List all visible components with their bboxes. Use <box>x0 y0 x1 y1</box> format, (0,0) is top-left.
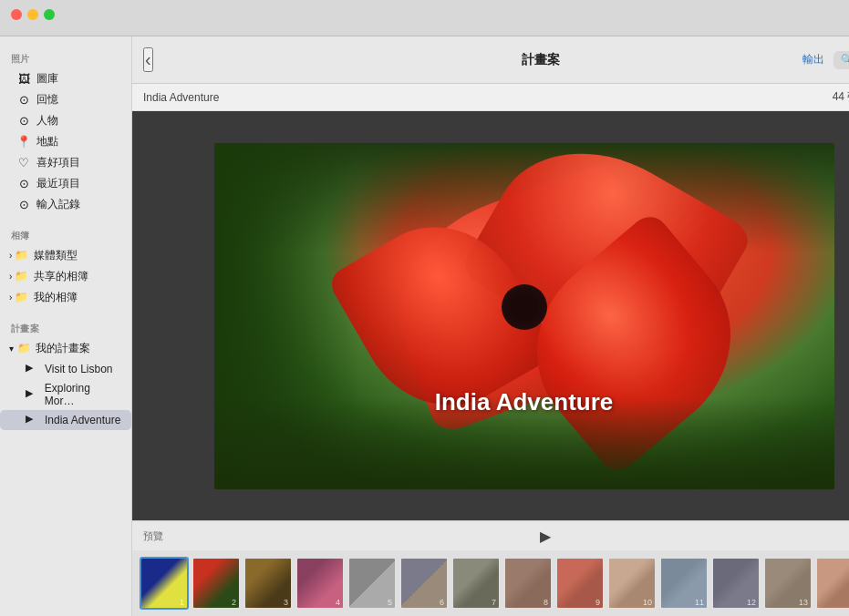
sidebar-item-people[interactable]: ⊙ 人物 <box>4 110 128 131</box>
sidebar-item-library[interactable]: 🖼 圖庫 <box>4 68 128 89</box>
traffic-lights <box>11 9 55 20</box>
search-icon: 🔍 <box>841 54 849 66</box>
albums-section-title: 相簿 <box>0 222 131 245</box>
chevron-right-icon-2: › <box>9 272 12 282</box>
filmstrip-frame-9[interactable]: 9 <box>555 557 605 610</box>
search-box: 🔍 <box>833 51 849 69</box>
poppy-scene <box>214 143 834 489</box>
shared-albums-label: 共享的相簿 <box>34 269 88 284</box>
filmstrip-frame-4[interactable]: 4 <box>295 557 345 610</box>
sidebar-item-media-types[interactable]: › 📁 媒體類型 <box>0 245 131 266</box>
my-albums-label: 我的相簿 <box>34 290 78 305</box>
back-button[interactable]: ‹ <box>143 47 153 72</box>
filmstrip-frame-1[interactable]: 1 <box>140 557 189 610</box>
sidebar-label-library: 圖庫 <box>36 71 119 87</box>
sidebar-label-recent: 最近項目 <box>36 176 119 191</box>
sidebar-item-favorites[interactable]: ♡ 喜好項目 <box>4 152 128 173</box>
maximize-button[interactable] <box>44 9 55 20</box>
filmstrip-frame-13[interactable]: 13 <box>763 557 813 610</box>
library-icon: 🖼 <box>16 72 31 87</box>
memories-icon: ⊙ <box>16 93 31 108</box>
projects-section-title: 計畫案 <box>0 315 131 338</box>
preview-label: 預覽 <box>143 529 163 543</box>
slideshow-icon-3: ▶ <box>26 413 40 427</box>
sidebar-item-india-adventure[interactable]: ▶ India Adventure <box>0 410 131 430</box>
slideshow-title: India Adventure <box>435 388 614 416</box>
imports-icon: ⊙ <box>16 198 31 212</box>
filmstrip-frame-14[interactable]: 14 <box>815 557 849 610</box>
favorites-icon: ♡ <box>16 156 31 170</box>
preview-area: India Adventure <box>132 111 849 520</box>
flower-center <box>502 284 547 330</box>
main-window: 照片 🖼 圖庫 ⊙ 回憶 ⊙ 人物 📍 地點 ♡ 喜好項目 ⊙ 最近項目 ⊙ 輸… <box>0 36 849 616</box>
chevron-right-icon: › <box>9 251 12 261</box>
photos-section-title: 照片 <box>0 46 131 68</box>
shared-albums-icon: 📁 <box>15 270 29 284</box>
media-types-icon: 📁 <box>15 249 29 263</box>
minimize-button[interactable] <box>27 9 38 20</box>
filmstrip-frame-5[interactable]: 5 <box>347 557 397 610</box>
sidebar-item-shared-albums[interactable]: › 📁 共享的相簿 <box>0 266 131 287</box>
slideshow-icon-1: ▶ <box>26 362 40 376</box>
slideshow-icon-2: ▶ <box>26 387 40 402</box>
close-button[interactable] <box>11 9 22 20</box>
sidebar-label-imports: 輸入記錄 <box>36 197 119 212</box>
india-adventure-label: India Adventure <box>45 414 120 426</box>
sidebar: 照片 🖼 圖庫 ⊙ 回憶 ⊙ 人物 📍 地點 ♡ 喜好項目 ⊙ 最近項目 ⊙ 輸… <box>0 36 132 616</box>
toolbar-title: 計畫案 <box>522 52 560 68</box>
project-stats: 44 張幻燈片・2:38 分 <box>833 89 849 105</box>
sidebar-item-recent[interactable]: ⊙ 最近項目 <box>4 173 128 194</box>
sidebar-item-places[interactable]: 📍 地點 <box>4 131 128 152</box>
filmstrip-frame-3[interactable]: 3 <box>243 557 293 610</box>
sidebar-item-imports[interactable]: ⊙ 輸入記錄 <box>4 194 128 215</box>
project-name: India Adventure <box>143 91 219 104</box>
projects-parent[interactable]: ▾ 📁 我的計畫案 <box>0 338 131 359</box>
filmstrip-frame-11[interactable]: 11 <box>659 557 709 610</box>
filmstrip: 123456789101112131415+ <box>132 550 849 616</box>
bottom-controls: 預覽 ▶ ↻ 123456789101112131415+ <box>132 520 849 616</box>
sidebar-label-memories: 回憶 <box>36 92 119 108</box>
toolbar: ‹ 計畫案 輸出 🔍 <box>132 36 849 84</box>
content-row: India Adventure ⧉ ♪ ℹ <box>132 111 849 520</box>
recent-icon: ⊙ <box>16 177 31 191</box>
sidebar-item-my-albums[interactable]: › 📁 我的相簿 <box>0 287 131 308</box>
chevron-right-icon-3: › <box>9 293 12 303</box>
main-content: ‹ 計畫案 輸出 🔍 India Adventure 44 張幻燈片・2:38 … <box>132 36 849 616</box>
filmstrip-frame-10[interactable]: 10 <box>607 557 657 610</box>
exploring-mor-label: Exploring Mor… <box>45 382 122 407</box>
sidebar-label-favorites: 喜好項目 <box>36 155 119 170</box>
toolbar-right: 輸出 🔍 <box>802 51 849 69</box>
project-info-bar: India Adventure 44 張幻燈片・2:38 分 <box>132 84 849 111</box>
filmstrip-frame-7[interactable]: 7 <box>451 557 501 610</box>
chevron-down-icon: ▾ <box>9 344 14 354</box>
sidebar-label-people: 人物 <box>36 113 119 128</box>
window-chrome <box>0 0 849 36</box>
my-albums-icon: 📁 <box>15 291 29 305</box>
slideshow-preview[interactable]: India Adventure <box>214 143 834 489</box>
sidebar-item-exploring-mor[interactable]: ▶ Exploring Mor… <box>0 379 131 410</box>
export-button[interactable]: 輸出 <box>802 52 824 67</box>
sidebar-item-memories[interactable]: ⊙ 回憶 <box>4 89 128 110</box>
playback-bar: 預覽 ▶ ↻ <box>132 521 849 550</box>
play-button[interactable]: ▶ <box>534 525 556 547</box>
filmstrip-frame-8[interactable]: 8 <box>503 557 553 610</box>
media-types-label: 媒體類型 <box>34 248 78 263</box>
my-projects-icon: 📁 <box>17 342 32 356</box>
filmstrip-frame-12[interactable]: 12 <box>711 557 761 610</box>
visit-lisbon-label: Visit to Lisbon <box>45 363 113 375</box>
sidebar-label-places: 地點 <box>36 134 119 149</box>
filmstrip-frame-6[interactable]: 6 <box>399 557 449 610</box>
people-icon: ⊙ <box>16 114 31 128</box>
my-projects-label: 我的計畫案 <box>36 341 90 356</box>
sidebar-item-visit-lisbon[interactable]: ▶ Visit to Lisbon <box>0 359 131 379</box>
places-icon: 📍 <box>16 135 31 149</box>
filmstrip-frame-2[interactable]: 2 <box>192 557 241 610</box>
